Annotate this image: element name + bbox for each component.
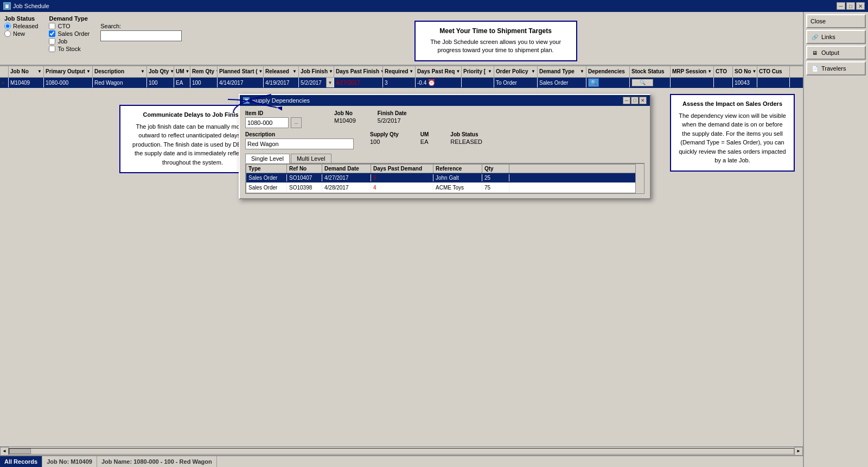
dgcell-days-past-2: 4 (371, 184, 433, 191)
col-planned-start[interactable]: Planned Start (▼ (218, 66, 264, 77)
job-checkbox-item[interactable]: Job (49, 38, 90, 45)
to-stock-checkbox-item[interactable]: To Stock (49, 46, 90, 52)
dialog-job-no-label: Job No (334, 110, 356, 116)
dependencies-icon-btn[interactable]: 🔍 (588, 78, 599, 87)
close-sidebar-btn[interactable]: Close (806, 14, 866, 28)
dialog-job-status-field: Job Status RELEASED (450, 131, 482, 145)
dgcell-type-2: Sales Order (246, 184, 287, 191)
dialog-title: Supply Dependencies (252, 97, 310, 104)
cell-demand-type: Sales Order (538, 78, 586, 87)
callout-assess-title: Assess the Impact on Sales Orders (679, 100, 786, 107)
col-dependencies[interactable]: Dependencies (586, 66, 630, 77)
travelers-btn[interactable]: 📄 Travelers (806, 61, 866, 75)
list-item[interactable]: Sales Order SO10407 4/27/2017 5 John Gal… (246, 173, 643, 183)
cell-stock-status[interactable]: 🔍 (630, 78, 671, 87)
col-job-finish[interactable]: Job Finish▼ (299, 66, 334, 77)
job-status-group: Job Status Released New (4, 15, 38, 37)
col-released[interactable]: Released▼ (264, 66, 299, 77)
table-row[interactable]: ▶ M10409 1080-000 Red Wagon 100 EA 100 4… (0, 78, 803, 89)
scroll-right-btn[interactable]: ► (794, 447, 803, 456)
dialog-job-no-field: Job No M10409 (334, 110, 356, 124)
col-mrp-session[interactable]: MRP Session▼ (671, 66, 714, 77)
col-job-no[interactable]: Job No▼ (9, 66, 44, 77)
cell-planned-start: 4/14/2017 (218, 78, 264, 87)
horizontal-scrollbar[interactable]: ◄ ► (0, 446, 803, 455)
dialog-grid-header: Type Ref No Demand Date Days Past Demand… (246, 164, 644, 173)
cell-dependencies[interactable]: 🔍 (586, 78, 630, 87)
output-btn[interactable]: 🖥 Output (806, 46, 866, 60)
col-so-no[interactable]: SO No▼ (733, 66, 757, 77)
item-id-ellipsis[interactable]: ... (291, 117, 302, 128)
tab-multi-level[interactable]: Multi Level (291, 154, 331, 163)
list-item[interactable]: Sales Order SO10398 4/28/2017 4 ACME Toy… (246, 183, 643, 193)
col-priority[interactable]: Priority [▼ (462, 66, 494, 77)
col-description[interactable]: Description▼ (93, 66, 147, 77)
scroll-track[interactable] (9, 448, 794, 455)
close-btn[interactable]: ✕ (856, 2, 865, 10)
minimize-btn[interactable]: ─ (837, 2, 845, 10)
col-primary-output[interactable]: Primary Output▼ (44, 66, 93, 77)
dialog-finish-date-field: Finish Date 5/2/2017 (378, 110, 407, 124)
released-radio[interactable] (4, 23, 11, 29)
scroll-left-btn[interactable]: ◄ (0, 447, 9, 456)
col-days-past-req[interactable]: Days Past Req▼ (416, 66, 462, 77)
dialog-minimize-btn[interactable]: ─ (623, 97, 630, 104)
dialog-tabs: Single Level Multi Level (245, 154, 644, 163)
job-no-status: Job No: M10409 (42, 456, 97, 467)
dialog-finish-date-label: Finish Date (378, 110, 407, 116)
cell-mrp-session (671, 78, 714, 87)
search-input[interactable] (100, 30, 182, 41)
col-job-qty[interactable]: Job Qty▼ (147, 66, 174, 77)
stock-status-icon[interactable]: 🔍 (631, 79, 653, 86)
dgcell-reference-1: John Galt (433, 174, 482, 181)
col-cto[interactable]: CTO (714, 66, 733, 77)
col-demand-type[interactable]: Demand Type▼ (538, 66, 586, 77)
new-radio-item[interactable]: New (4, 30, 38, 37)
job-finish-dropdown-btn[interactable]: ▼ (326, 78, 334, 87)
status-bar: All Records Job No: M10409 Job Name: 108… (0, 455, 803, 467)
released-radio-label: Released (13, 23, 38, 29)
cto-checkbox-item[interactable]: CTO (49, 23, 90, 29)
col-order-policy[interactable]: Order Policy▼ (494, 66, 538, 77)
new-radio[interactable] (4, 30, 11, 37)
dgcell-demand-date-1: 4/27/2017 (322, 174, 371, 181)
top-controls: Job Status Released New Demand Type CTO (0, 12, 803, 65)
clock-icon: ⏰ (427, 79, 436, 86)
to-stock-checkbox[interactable] (49, 46, 55, 52)
cell-job-finish[interactable]: 5/2/2017 ▼ (299, 78, 334, 87)
dialog-description-field: Description (245, 131, 354, 149)
tab-single-level[interactable]: Single Level (245, 154, 290, 163)
links-btn[interactable]: 🔗 Links (806, 30, 866, 44)
col-rem-qty[interactable]: Rem Qty▼ (190, 66, 218, 77)
info-area: Communicate Delays to Job Finish The job… (0, 89, 803, 446)
new-radio-label: New (13, 30, 25, 37)
search-group: Search: (100, 23, 182, 41)
sales-order-checkbox[interactable] (49, 30, 55, 37)
dialog-supply-qty-field: Supply Qty 100 (370, 131, 399, 145)
scroll-thumb[interactable] (9, 449, 31, 454)
row-indicator-col (0, 66, 9, 77)
dgcol-type: Type (246, 165, 287, 173)
col-required[interactable]: Required▼ (383, 66, 416, 77)
dialog-supply-qty-value: 100 (370, 138, 399, 145)
title-bar: 📋 Job Schedule ─ □ ✕ (0, 0, 868, 12)
dialog-scrollbar[interactable] (635, 164, 644, 193)
maximize-btn[interactable]: □ (846, 2, 855, 10)
col-days-past-finish[interactable]: Days Past Finish▼ (334, 66, 383, 77)
cell-um: EA (174, 78, 190, 87)
released-radio-item[interactable]: Released (4, 23, 38, 29)
travelers-label: Travelers (821, 65, 846, 72)
col-stock-status[interactable]: Stock Status (630, 66, 671, 77)
close-sidebar-label: Close (810, 18, 826, 24)
dgcell-days-past-1: 5 (371, 174, 433, 181)
col-um[interactable]: UM▼ (174, 66, 190, 77)
sales-order-checkbox-item[interactable]: Sales Order (49, 30, 90, 37)
cto-checkbox[interactable] (49, 23, 55, 29)
dialog-item-id-input[interactable] (245, 117, 289, 128)
col-cto-cus[interactable]: CTO Cus (757, 66, 790, 77)
dialog-job-status-label: Job Status (450, 131, 482, 137)
dialog-close-btn[interactable]: ✕ (639, 97, 647, 104)
dialog-maximize-btn[interactable]: □ (631, 97, 639, 104)
dialog-description-input[interactable] (245, 138, 354, 149)
job-checkbox[interactable] (49, 38, 55, 45)
